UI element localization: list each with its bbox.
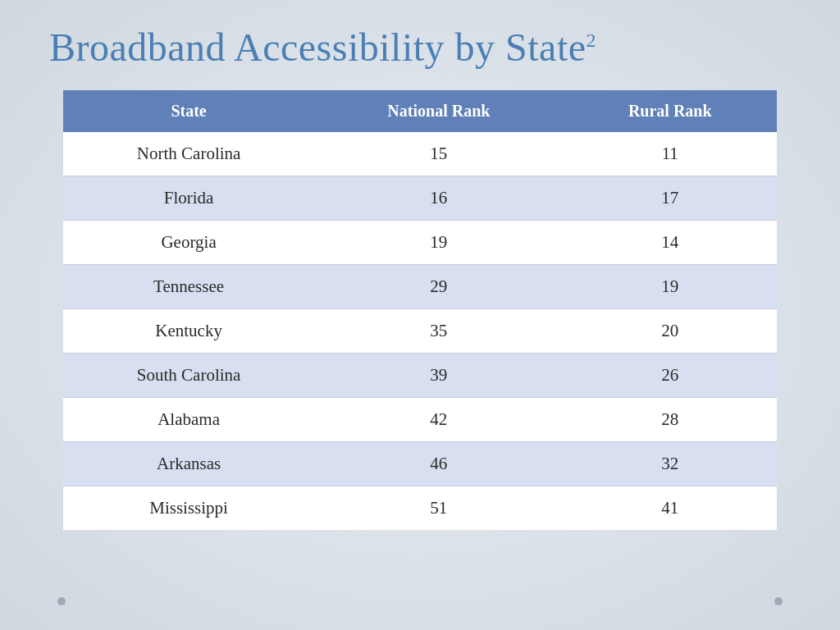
- cell-rural-rank: 14: [564, 221, 777, 265]
- cell-state: Mississippi: [63, 486, 314, 531]
- table-header-row: State National Rank Rural Rank: [63, 90, 777, 132]
- table-row: North Carolina1511: [63, 132, 777, 176]
- header-rural-rank: Rural Rank: [564, 90, 777, 132]
- cell-state: Tennessee: [63, 265, 314, 309]
- cell-national-rank: 16: [314, 176, 563, 221]
- cell-rural-rank: 20: [564, 309, 777, 354]
- table-row: Tennessee2919: [63, 265, 777, 309]
- cell-rural-rank: 32: [564, 442, 777, 486]
- cell-rural-rank: 17: [564, 176, 777, 221]
- table-row: Georgia1914: [63, 221, 777, 265]
- cell-national-rank: 29: [314, 265, 563, 309]
- page-container: Broadband Accessibility by State2 State …: [0, 0, 840, 630]
- table-row: Florida1617: [63, 176, 777, 221]
- cell-state: Georgia: [63, 221, 314, 265]
- cell-state: Arkansas: [63, 442, 314, 486]
- dot-right: [774, 597, 783, 605]
- cell-state: Florida: [63, 176, 314, 221]
- cell-rural-rank: 11: [564, 132, 777, 176]
- cell-state: Alabama: [63, 398, 314, 442]
- title-superscript: 2: [587, 30, 597, 51]
- header-state: State: [63, 90, 314, 132]
- title-text: Broadband Accessibility by State: [49, 25, 587, 69]
- cell-state: South Carolina: [63, 354, 314, 398]
- table-row: Alabama4228: [63, 398, 777, 442]
- cell-national-rank: 15: [314, 132, 563, 176]
- page-title: Broadband Accessibility by State2: [49, 25, 791, 70]
- cell-rural-rank: 28: [564, 398, 777, 442]
- table-container: State National Rank Rural Rank North Car…: [63, 90, 777, 530]
- table-row: Mississippi5141: [63, 486, 777, 531]
- cell-state: Kentucky: [63, 309, 314, 354]
- cell-national-rank: 35: [314, 309, 563, 354]
- cell-national-rank: 42: [314, 398, 563, 442]
- cell-state: North Carolina: [63, 132, 314, 176]
- broadband-table: State National Rank Rural Rank North Car…: [63, 90, 777, 530]
- dot-left: [57, 597, 66, 605]
- cell-rural-rank: 19: [564, 265, 777, 309]
- cell-national-rank: 39: [314, 354, 563, 398]
- cell-national-rank: 46: [314, 442, 563, 486]
- cell-national-rank: 51: [314, 486, 563, 531]
- cell-rural-rank: 26: [564, 354, 777, 398]
- table-row: Kentucky3520: [63, 309, 777, 354]
- table-row: South Carolina3926: [63, 354, 777, 398]
- header-national-rank: National Rank: [314, 90, 563, 132]
- cell-rural-rank: 41: [564, 486, 777, 531]
- cell-national-rank: 19: [314, 221, 563, 265]
- table-row: Arkansas4632: [63, 442, 777, 486]
- title-container: Broadband Accessibility by State2: [49, 25, 791, 70]
